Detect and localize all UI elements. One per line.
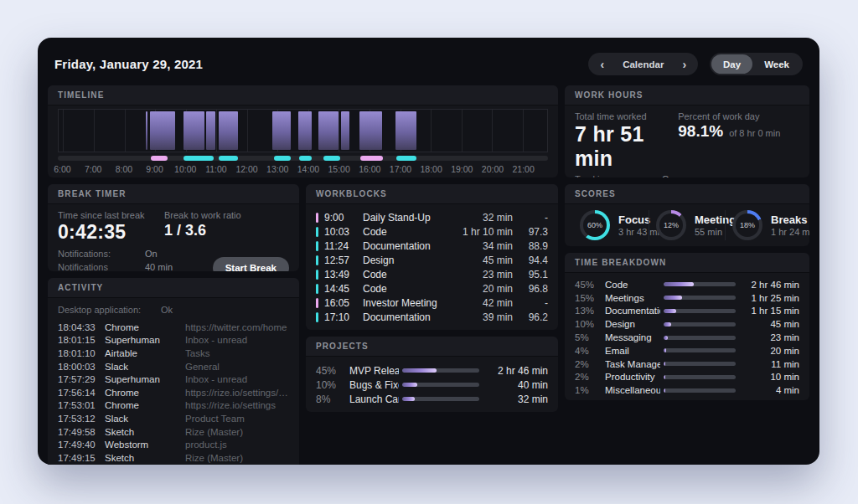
activity-row: 17:49:40Webstormproduct.js — [58, 438, 289, 451]
timeline-block[interactable] — [146, 111, 147, 150]
workblock-duration: 20 min — [441, 283, 513, 295]
workblock-time: 17:10 — [324, 311, 363, 323]
activity-time: 18:01:15 — [58, 335, 105, 345]
timeline-hour-label: 13:00 — [266, 164, 288, 174]
timeline-block[interactable] — [318, 111, 339, 150]
notifications-value: On — [145, 248, 158, 261]
workblock-row[interactable]: 11:24Documentation34 min88.9 — [316, 239, 548, 253]
chevron-left-icon[interactable]: ‹ — [600, 59, 604, 70]
timeline-card: TIMELINE 6:007:008:009:0010:0011:0012:00… — [48, 85, 558, 177]
breakdown-row-duration: 45 min — [739, 319, 799, 329]
breakdown-row-bar-fill — [664, 336, 668, 340]
activity-app: Sketch — [105, 453, 185, 463]
timeline-hour-label: 18:00 — [421, 164, 442, 174]
breakdown-row-label: Meetings — [605, 293, 660, 303]
timeline-block[interactable] — [272, 111, 291, 150]
desktop-application-value: Ok — [161, 305, 173, 315]
timeline-title: TIMELINE — [48, 85, 558, 105]
workblock-time: 14:45 — [324, 283, 363, 295]
activity-row: 18:01:10AirtableTasks — [58, 347, 289, 360]
workblock-row[interactable]: 17:10Documentation39 min96.2 — [316, 310, 548, 324]
activity-row: 17:57:29SuperhumanInbox - unread — [58, 373, 289, 386]
timeline-marker-pink — [360, 156, 383, 161]
breakdown-row-duration: 23 min — [739, 332, 799, 342]
breakdown-row: 2%Task Management11 min — [575, 357, 799, 371]
timeline-marker-strip — [58, 156, 548, 161]
activity-detail: product.js — [185, 440, 289, 450]
workblock-label: Daily Stand-Up — [363, 212, 441, 224]
timeline-block[interactable] — [359, 111, 382, 150]
score-ring-percent: 60% — [583, 213, 607, 237]
breakdown-row-percent: 45% — [575, 280, 602, 290]
activity-detail: Inbox - unread — [185, 374, 289, 384]
workblock-time: 9:00 — [324, 212, 363, 224]
chevron-right-icon[interactable]: › — [682, 59, 686, 70]
breakdown-row-bar-track — [664, 282, 736, 286]
timeline-hour-label: 6:00 — [54, 164, 70, 174]
start-break-button[interactable]: Start Break — [213, 257, 289, 271]
desktop-application-row: Desktop application: Ok — [58, 303, 289, 321]
workblock-time: 13:49 — [324, 269, 363, 280]
workblock-row[interactable]: 9:00Daily Stand-Up32 min- — [316, 210, 548, 224]
timeline-block[interactable] — [206, 111, 215, 150]
breakdown-row-percent: 2% — [575, 359, 602, 369]
breakdown-row-bar-track — [664, 348, 736, 352]
workblock-row[interactable]: 13:49Code23 min95.1 — [316, 267, 548, 281]
breakdown-row-label: Productivity — [605, 372, 660, 382]
timeline-block[interactable] — [298, 111, 312, 150]
timeline-gridline — [523, 110, 524, 152]
breakdown-row-percent: 2% — [575, 372, 602, 382]
timeline-block[interactable] — [341, 111, 349, 150]
scores-title: SCORES — [565, 184, 809, 204]
activity-time: 17:49:15 — [58, 453, 105, 463]
workblock-label: Code — [363, 283, 441, 295]
breakdown-row-label: Miscellaneous — [605, 385, 660, 395]
activity-app: Chrome — [105, 388, 185, 398]
project-row-percent: 8% — [316, 393, 346, 405]
toggle-week[interactable]: Week — [752, 54, 801, 74]
breakdown-row-percent: 1% — [575, 385, 602, 395]
activity-row: 17:49:15SketchRize (Master) — [58, 451, 289, 465]
calendar-button[interactable]: Calendar — [623, 59, 664, 69]
breakdown-row-duration: 11 min — [739, 359, 799, 369]
workblock-score: - — [513, 297, 548, 309]
activity-detail: Product Team — [185, 414, 289, 424]
breakdown-row-bar-track — [664, 362, 736, 366]
toggle-day[interactable]: Day — [711, 54, 752, 74]
breakdown-row: 5%Messaging23 min — [575, 331, 799, 344]
header-controls: ‹ Calendar › Day Week — [588, 53, 803, 75]
breakdown-row-bar-track — [664, 309, 736, 313]
timeline-block[interactable] — [150, 111, 175, 150]
activity-detail: Inbox - unread — [185, 335, 289, 345]
workblock-row[interactable]: 16:05Investor Meeting42 min- — [316, 296, 548, 310]
breakdown-row-percent: 15% — [575, 293, 602, 303]
activity-app: Webstorm — [105, 440, 185, 450]
breakdown-row-bar-track — [664, 296, 736, 300]
workblock-row[interactable]: 10:03Code1 hr 10 min97.3 — [316, 224, 548, 239]
timeline-hour-label: 17:00 — [390, 164, 411, 174]
project-row-bar-track — [402, 383, 479, 387]
timeline-block[interactable] — [183, 111, 204, 150]
workblock-score: 96.8 — [513, 283, 548, 295]
workblock-color-chip — [316, 312, 318, 322]
timeline-hour-label: 7:00 — [85, 164, 101, 174]
workblock-score: - — [513, 212, 548, 224]
project-row-bar-fill — [402, 383, 417, 387]
workblocks-card: WORKBLOCKS 9:00Daily Stand-Up32 min-10:0… — [306, 184, 558, 330]
activity-row: 17:53:12SlackProduct Team — [58, 412, 289, 425]
breakdown-row-percent: 10% — [575, 319, 602, 329]
workblock-row[interactable]: 12:57Design45 min94.4 — [316, 253, 548, 267]
workblock-row[interactable]: 14:45Code20 min96.8 — [316, 281, 548, 296]
activity-row: 17:49:58SketchRize (Master) — [58, 425, 289, 439]
breakdown-row-bar-track — [664, 388, 736, 393]
project-row-label: Bugs & Fixes — [349, 379, 399, 391]
timeline-block[interactable] — [395, 111, 416, 150]
timeline-block[interactable] — [219, 111, 238, 150]
project-row-duration: 32 min — [483, 393, 548, 405]
breakdown-row-label: Messaging — [605, 332, 660, 342]
timeline-gridline — [63, 110, 64, 152]
activity-row: 17:53:01Chromehttps://rize.io/settings — [58, 399, 289, 413]
score-ring-percent: 12% — [659, 213, 683, 237]
timeline-hour-label: 11:00 — [205, 164, 227, 174]
activity-app: Sketch — [105, 427, 185, 437]
